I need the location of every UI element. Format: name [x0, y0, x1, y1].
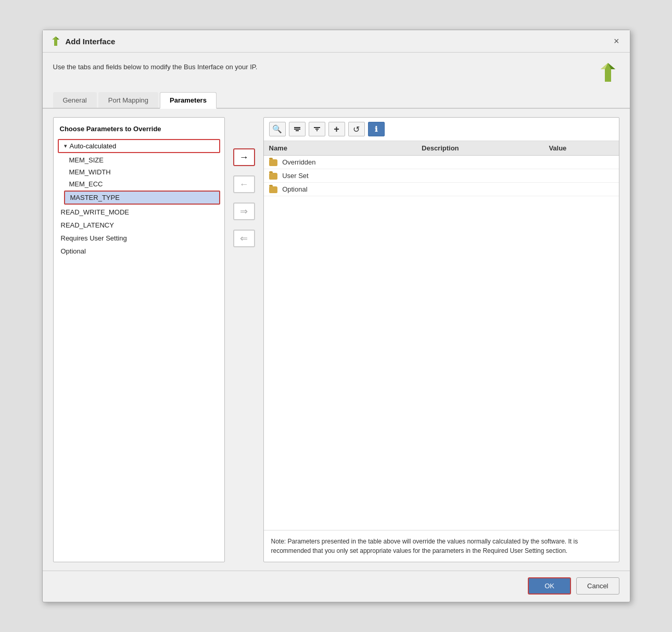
cell-optional-desc [416, 183, 543, 196]
tree-section-requires-user-setting[interactable]: Requires User Setting [54, 232, 224, 244]
tree-item-mem-size[interactable]: MEM_SIZE [54, 154, 224, 166]
collapse-all-icon [293, 125, 301, 133]
cell-userset-name: User Set [264, 169, 417, 183]
folder-icon [269, 159, 277, 166]
collapse-all-button[interactable] [289, 122, 306, 136]
tree-group-label: Auto-calculated [70, 142, 117, 150]
cell-overridden-desc [416, 156, 543, 169]
filter-icon [313, 125, 321, 133]
add-interface-dialog: Add Interface × Use the tabs and fields … [42, 30, 630, 602]
cell-optional-name: Optional [264, 183, 417, 196]
cell-optional-val [543, 183, 618, 196]
app-logo-icon [50, 35, 61, 47]
folder-icon [269, 186, 277, 193]
title-bar-left: Add Interface [50, 35, 116, 47]
middle-buttons: → ← ⇒ ⇐ [231, 117, 257, 562]
table-header-row: Name Description Value [264, 141, 619, 156]
chevron-down-icon: ▾ [64, 143, 67, 149]
brand-logo-icon [597, 61, 619, 84]
search-button[interactable]: 🔍 [269, 122, 286, 136]
refresh-button[interactable]: ↺ [348, 122, 365, 136]
table-row: Overridden [264, 156, 619, 169]
table-row: Optional [264, 183, 619, 196]
folder-icon [269, 173, 277, 180]
tab-parameters[interactable]: Parameters [160, 92, 217, 109]
note-area: Note: Parameters presented in the table … [264, 530, 619, 562]
close-button[interactable]: × [611, 35, 623, 47]
dialog-header: Use the tabs and fields below to modify … [43, 53, 630, 88]
tree-group-header-auto-calculated[interactable]: ▾ Auto-calculated [58, 139, 220, 153]
filter-button[interactable] [309, 122, 325, 136]
tree-item-mem-ecc[interactable]: MEM_ECC [54, 178, 224, 190]
svg-marker-2 [601, 63, 615, 82]
title-bar: Add Interface × [43, 30, 630, 53]
tree-group-auto-calculated: ▾ Auto-calculated MEM_SIZE MEM_WIDTH MEM… [54, 138, 224, 205]
tree-item-mem-width[interactable]: MEM_WIDTH [54, 166, 224, 178]
tree-item-master-type[interactable]: MASTER_TYPE [64, 191, 220, 205]
left-panel-title: Choose Parameters to Override [54, 123, 224, 138]
add-row-button[interactable]: + [328, 122, 345, 136]
dialog-body: Choose Parameters to Override ▾ Auto-cal… [43, 109, 630, 571]
right-panel: 🔍 + ↺ ℹ [263, 117, 619, 562]
remove-button[interactable]: ← [233, 175, 255, 193]
cell-userset-desc [416, 169, 543, 183]
table-row: User Set [264, 169, 619, 183]
dialog-title: Add Interface [66, 37, 116, 46]
dialog-footer: OK Cancel [43, 571, 630, 602]
tree-section-read-latency[interactable]: READ_LATENCY [54, 219, 224, 231]
left-panel: Choose Parameters to Override ▾ Auto-cal… [53, 117, 225, 562]
cell-userset-val [543, 169, 618, 183]
svg-marker-0 [52, 36, 59, 46]
tabs-bar: General Port Mapping Parameters [43, 92, 630, 109]
info-button[interactable]: ℹ [368, 122, 385, 136]
add-button[interactable]: → [233, 148, 255, 166]
param-table-area: Name Description Value Overridden [264, 141, 619, 530]
col-name: Name [264, 141, 417, 156]
cell-overridden-name: Overridden [264, 156, 417, 169]
tab-port-mapping[interactable]: Port Mapping [98, 92, 158, 108]
tree-section-read-write-mode[interactable]: READ_WRITE_MODE [54, 206, 224, 218]
note-text: Note: Parameters presented in the table … [271, 538, 578, 554]
tab-general[interactable]: General [53, 92, 97, 108]
add-all-button[interactable]: ⇒ [233, 203, 255, 220]
param-table: Name Description Value Overridden [264, 141, 619, 196]
col-description: Description [416, 141, 543, 156]
cancel-button[interactable]: Cancel [576, 577, 619, 595]
cell-overridden-val [543, 156, 618, 169]
toolbar: 🔍 + ↺ ℹ [264, 118, 619, 141]
col-value: Value [543, 141, 618, 156]
tree-section-optional[interactable]: Optional [54, 245, 224, 257]
remove-all-button[interactable]: ⇐ [233, 230, 255, 247]
dialog-description: Use the tabs and fields below to modify … [53, 63, 258, 71]
ok-button[interactable]: OK [528, 577, 571, 595]
